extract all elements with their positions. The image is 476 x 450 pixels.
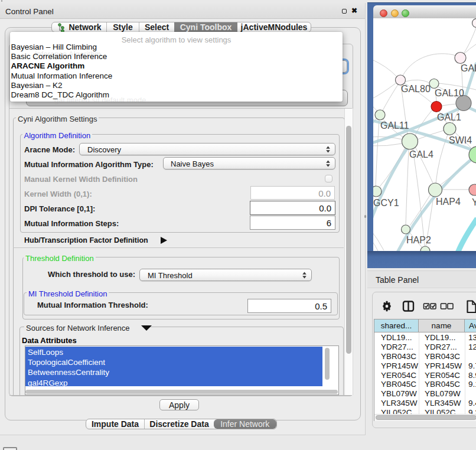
svg-text:GCY1: GCY1	[373, 198, 399, 208]
svg-text:SWI4: SWI4	[449, 135, 472, 145]
svg-text:HAP4: HAP4	[436, 197, 461, 207]
svg-text:GAL7: GAL7	[461, 63, 476, 73]
svg-text:HAP2: HAP2	[406, 235, 431, 245]
svg-text:GAL11: GAL11	[380, 120, 409, 131]
svg-text:GAL10: GAL10	[435, 88, 464, 98]
svg-text:GAL1: GAL1	[437, 112, 461, 122]
svg-text:GAL4: GAL4	[409, 149, 433, 159]
svg-text:GAL80: GAL80	[401, 84, 431, 94]
svg-text:Y: Y	[472, 197, 476, 207]
